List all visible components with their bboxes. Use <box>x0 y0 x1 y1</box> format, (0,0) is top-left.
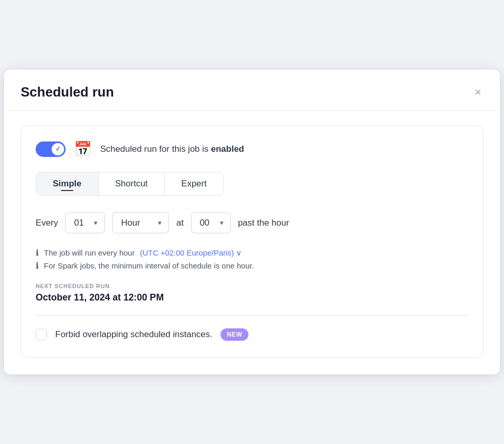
forbid-checkbox[interactable] <box>36 329 47 340</box>
info-row-2: ℹ For Spark jobs, the minimum interval o… <box>36 261 468 271</box>
info-row-1: ℹ The job will run every hour (UTC +02:0… <box>36 248 468 258</box>
forbid-row: Forbid overlapping scheduled instances. … <box>36 328 468 341</box>
past-label: past the hour <box>238 218 289 228</box>
modal-title: Scheduled run <box>21 84 114 100</box>
unit-select-wrapper: Minute Hour Day Week Month ▾ <box>112 212 169 233</box>
tab-shortcut[interactable]: Shortcut <box>98 172 164 195</box>
schedule-card: ✓ 📅 Scheduled run for this job is enable… <box>21 125 483 358</box>
info-icon-1: ℹ <box>36 248 39 258</box>
next-run-label: NEXT SCHEDULED RUN <box>36 283 468 289</box>
tab-expert[interactable]: Expert <box>164 172 223 195</box>
new-badge: NEW <box>220 328 248 341</box>
interval-select[interactable]: 01 02 03 06 12 <box>65 212 105 233</box>
next-run-section: NEXT SCHEDULED RUN October 11, 2024 at 1… <box>36 283 468 303</box>
minute-select-wrapper: 00 15 30 45 ▾ <box>191 212 231 233</box>
info-section: ℹ The job will run every hour (UTC +02:0… <box>36 248 468 271</box>
calendar-icon: 📅 <box>74 140 92 157</box>
enable-row: ✓ 📅 Scheduled run for this job is enable… <box>36 140 468 157</box>
close-button[interactable]: × <box>472 85 483 100</box>
tab-simple[interactable]: Simple <box>36 172 98 195</box>
toggle-check: ✓ <box>52 143 64 155</box>
next-run-date: October 11, 2024 at 12:00 PM <box>36 292 468 303</box>
schedule-row: Every 01 02 03 06 12 ▾ Minute Hour <box>36 212 468 233</box>
enabled-toggle[interactable]: ✓ <box>36 141 66 157</box>
at-label: at <box>176 218 183 228</box>
timezone-chevron-icon: ∨ <box>236 248 242 258</box>
unit-select[interactable]: Minute Hour Day Week Month <box>112 212 169 233</box>
tabs-container: Simple Shortcut Expert <box>36 172 224 196</box>
modal: Scheduled run × ✓ 📅 Scheduled run for th… <box>4 70 500 374</box>
interval-select-wrapper: 01 02 03 06 12 ▾ <box>65 212 105 233</box>
timezone-link[interactable]: (UTC +02:00 Europe/Paris) ∨ <box>140 248 242 258</box>
every-label: Every <box>36 218 58 228</box>
minute-select[interactable]: 00 15 30 45 <box>191 212 231 233</box>
divider <box>36 315 468 316</box>
modal-body: ✓ 📅 Scheduled run for this job is enable… <box>4 111 500 374</box>
info-icon-2: ℹ <box>36 261 39 271</box>
modal-header: Scheduled run × <box>4 70 500 111</box>
info-text-1: The job will run every hour <box>44 248 135 257</box>
forbid-text: Forbid overlapping scheduled instances. <box>55 329 212 340</box>
info-text-2: For Spark jobs, the minimum interval of … <box>44 261 254 270</box>
enable-text: Scheduled run for this job is enabled <box>100 144 244 154</box>
